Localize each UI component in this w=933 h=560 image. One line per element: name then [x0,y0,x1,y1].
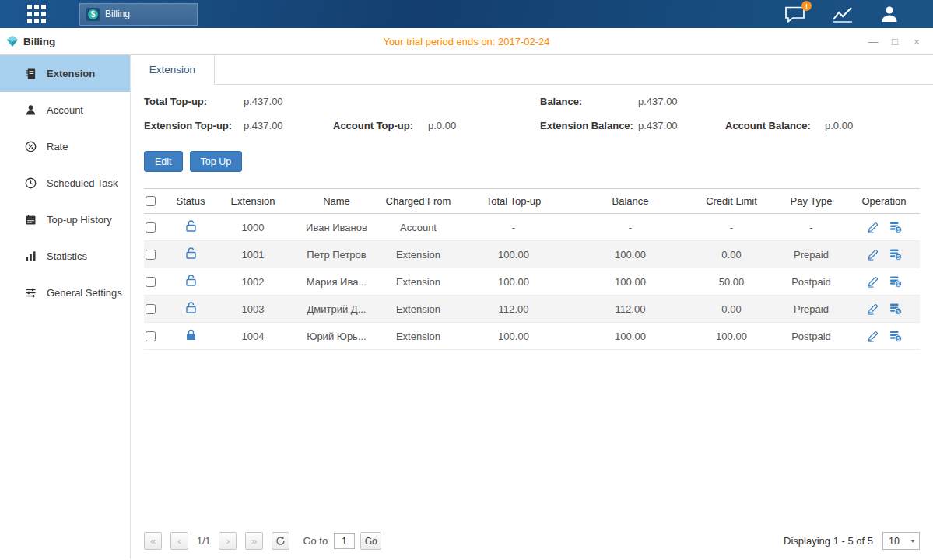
table-row: 1000 Иван Иванов Account - - - - $ [144,214,920,241]
rate-icon [24,141,37,152]
prev-page-button[interactable]: ‹ [170,532,188,550]
account-balance-value: p.0.00 [825,120,853,131]
svg-text:$: $ [896,309,900,314]
svg-text:$: $ [896,227,900,233]
credit-limit-cell: - [689,222,774,233]
topup-icon[interactable]: $ [889,221,902,233]
name-cell: Дмитрий Д... [292,303,381,315]
balance-cell: 112.00 [572,303,689,315]
sidebar-item-rate[interactable]: Rate [0,128,130,165]
first-page-button[interactable]: « [144,532,162,550]
row-checkbox[interactable] [146,304,156,314]
row-checkbox[interactable] [146,250,156,260]
window-title-bar: Billing Your trial period ends on: 2017-… [0,28,933,55]
pay-type-cell: - [774,222,848,233]
topup-icon[interactable]: $ [889,248,902,261]
top-up-button[interactable]: Top Up [190,151,243,172]
extension-cell: 1004 [214,331,292,342]
account-topup-value: p.0.00 [428,120,456,131]
extension-topup-label: Extension Top-up: [144,120,244,131]
billing-dollar-icon: $ [86,8,100,21]
billing-app-tab[interactable]: $ Billing [79,3,198,26]
refresh-button[interactable] [272,532,289,550]
notifications-icon[interactable]: ! [784,5,805,23]
total-topup-cell: 100.00 [455,276,572,288]
page-size-select[interactable]: 10 ▼ [882,532,920,550]
total-topup-value: p.437.00 [244,96,283,107]
extension-balance-value: p.437.00 [638,120,678,131]
sidebar-item-scheduled-task[interactable]: Scheduled Task [0,165,130,201]
credit-limit-cell: 100.00 [689,331,774,342]
topup-icon[interactable]: $ [889,275,902,288]
header-charged-from: Charged From [381,195,455,207]
last-page-button[interactable]: » [245,532,263,550]
extension-balance-label: Extension Balance: [540,120,638,131]
header-credit-limit: Credit Limit [689,195,774,207]
edit-button[interactable]: Edit [144,151,183,172]
topup-icon[interactable]: $ [889,330,902,342]
sidebar-item-general-settings[interactable]: General Settings [0,275,130,311]
status-cell [167,247,214,261]
total-topup-cell: 100.00 [455,249,572,261]
app-shell: Extension Account Rate [0,55,933,559]
billing-app-tab-label: Billing [105,9,130,19]
sidebar-item-account[interactable]: Account [0,92,130,128]
header-status: Status [167,195,214,207]
sidebar-item-topup-history[interactable]: Top-up History [0,201,130,238]
header-total-topup: Total Top-up [455,195,572,207]
charged-from-cell: Extension [381,303,455,315]
maximize-button[interactable]: □ [889,36,900,47]
resource-monitor-icon[interactable] [832,5,854,23]
header-name: Name [292,195,381,207]
select-all-checkbox[interactable] [146,196,156,206]
action-bar: Edit Top Up [131,138,933,172]
chevron-down-icon: ▼ [907,538,919,544]
edit-icon[interactable] [867,276,879,288]
charged-from-cell: Account [381,222,455,233]
edit-icon[interactable] [867,303,879,315]
balance-label: Balance: [540,96,638,107]
sliders-icon [24,287,37,299]
account-balance-label: Account Balance: [725,120,825,131]
operation-cell: $ [848,303,920,315]
balance-cell: - [572,222,689,233]
extension-cell: 1003 [214,303,292,315]
goto-page-input[interactable] [334,533,355,549]
close-button[interactable]: × [911,36,922,47]
table-row: 1001 Петр Петров Extension 100.00 100.00… [144,241,920,268]
select-all-cell [144,196,167,206]
sidebar-item-statistics[interactable]: Statistics [0,238,130,275]
balance-cell: 100.00 [572,276,689,288]
page-indicator: 1/1 [197,536,210,547]
minimize-button[interactable]: — [868,36,879,47]
row-checkbox[interactable] [146,222,156,233]
balance-value: p.437.00 [638,96,678,107]
go-button[interactable]: Go [360,532,381,550]
calendar-icon [24,214,37,226]
notification-badge: ! [801,1,812,11]
lock-closed-icon [186,329,196,343]
status-cell [167,220,214,234]
main-content: Extension Total Top-up:p.437.00 Balance:… [131,55,933,559]
row-checkbox[interactable] [146,331,156,341]
svg-text:$: $ [896,282,900,287]
window-title: Billing [0,35,55,47]
user-account-icon[interactable] [880,5,899,23]
next-page-button[interactable]: › [219,532,237,550]
total-topup-cell: - [455,222,572,233]
edit-icon[interactable] [867,222,879,233]
name-cell: Мария Ива... [292,276,381,288]
sidebar-item-extension[interactable]: Extension [0,55,130,92]
edit-icon[interactable] [867,331,879,342]
charged-from-cell: Extension [381,331,455,342]
tab-extension[interactable]: Extension [131,55,215,85]
summary-row-1: Total Top-up:p.437.00 Balance:p.437.00 [144,89,920,114]
topup-icon[interactable]: $ [889,303,902,315]
pay-type-cell: Prepaid [774,249,848,261]
table-row: 1004 Юрий Юрь... Extension 100.00 100.00… [144,323,920,350]
lock-open-icon [186,220,196,234]
top-app-bar: $ Billing ! [0,0,933,28]
row-checkbox[interactable] [146,277,156,287]
apps-grid-icon[interactable] [26,4,47,24]
edit-icon[interactable] [867,249,879,261]
